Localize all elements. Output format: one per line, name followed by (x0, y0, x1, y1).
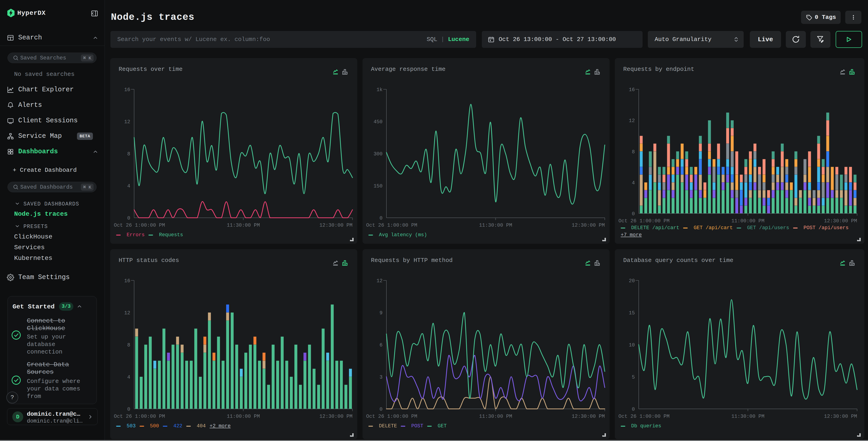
svg-text:12: 12 (124, 119, 130, 125)
svg-text:Oct 26 1:00:00 PM: Oct 26 1:00:00 PM (366, 223, 417, 228)
svg-text:4: 4 (127, 183, 130, 189)
svg-text:11:30:00 PM: 11:30:00 PM (227, 223, 260, 228)
svg-text:5: 5 (632, 375, 635, 380)
svg-text:0: 0 (379, 215, 382, 221)
svg-text:0: 0 (632, 407, 635, 412)
svg-text:12:30:00 PM: 12:30:00 PM (319, 414, 352, 419)
svg-text:6: 6 (379, 342, 382, 348)
svg-text:Oct 26 1:00:00 PM: Oct 26 1:00:00 PM (618, 218, 670, 224)
svg-text:12: 12 (629, 118, 635, 124)
svg-text:Oct 26 1:00:00 PM: Oct 26 1:00:00 PM (366, 414, 417, 419)
svg-text:450: 450 (373, 119, 382, 125)
svg-text:12: 12 (377, 278, 382, 284)
svg-text:11:30:00 PM: 11:30:00 PM (479, 414, 512, 419)
svg-text:Oct 26 1:00:00 PM: Oct 26 1:00:00 PM (114, 414, 165, 419)
svg-text:12:30:00 PM: 12:30:00 PM (572, 223, 605, 228)
svg-text:16: 16 (629, 87, 635, 93)
svg-text:150: 150 (373, 183, 382, 189)
svg-text:20: 20 (629, 278, 635, 284)
svg-text:4: 4 (632, 180, 635, 186)
svg-text:12: 12 (124, 310, 130, 316)
svg-text:0: 0 (127, 215, 130, 221)
svg-text:Oct 26 1:00:00 PM: Oct 26 1:00:00 PM (618, 414, 670, 419)
svg-text:12:30:00 PM: 12:30:00 PM (572, 414, 605, 419)
svg-text:9: 9 (379, 310, 382, 316)
svg-text:Oct 26 1:00:00 PM: Oct 26 1:00:00 PM (114, 223, 165, 228)
svg-text:12:30:00 PM: 12:30:00 PM (319, 223, 352, 228)
svg-text:300: 300 (373, 151, 382, 157)
svg-text:4: 4 (127, 375, 130, 380)
svg-text:16: 16 (124, 278, 130, 284)
svg-text:8: 8 (127, 151, 130, 157)
svg-text:12:30:00 PM: 12:30:00 PM (824, 218, 857, 224)
svg-text:12:30:00 PM: 12:30:00 PM (824, 414, 857, 419)
svg-text:1k: 1k (377, 87, 382, 93)
svg-text:8: 8 (127, 342, 130, 348)
svg-text:0: 0 (632, 211, 635, 217)
svg-text:16: 16 (124, 87, 130, 93)
svg-text:11:30:00 PM: 11:30:00 PM (479, 223, 512, 228)
svg-text:0: 0 (379, 407, 382, 412)
svg-text:11:00:00 PM: 11:00:00 PM (227, 414, 260, 419)
svg-text:11:30:00 PM: 11:30:00 PM (732, 414, 765, 419)
svg-text:0: 0 (127, 407, 130, 412)
svg-text:8: 8 (632, 149, 635, 155)
svg-text:10: 10 (629, 342, 635, 348)
svg-text:15: 15 (629, 310, 635, 316)
svg-text:11:00:00 PM: 11:00:00 PM (732, 218, 765, 224)
svg-text:3: 3 (379, 375, 382, 380)
